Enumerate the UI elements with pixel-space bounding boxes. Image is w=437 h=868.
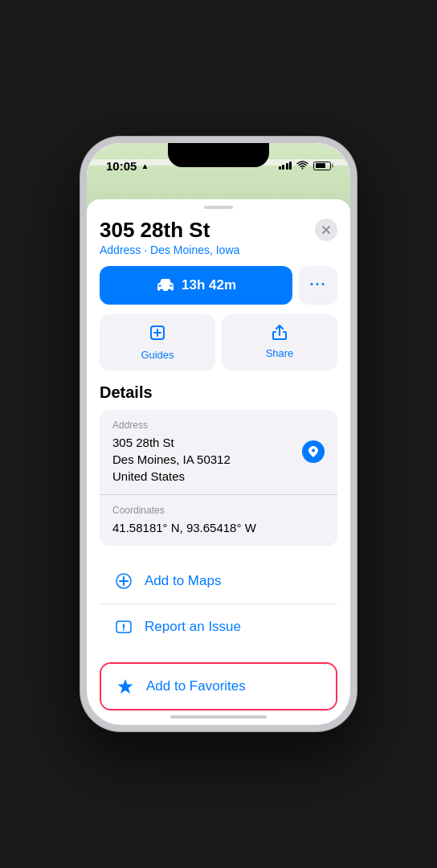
- coordinates-row: Coordinates 41.58181° N, 93.65418° W: [100, 494, 337, 546]
- sheet-header: 305 28th St Address · Des Moines, Iowa: [87, 219, 350, 266]
- address-line3: United States: [112, 469, 185, 483]
- place-title: 305 28th St: [100, 219, 337, 242]
- drive-time: 13h 42m: [182, 277, 236, 293]
- address-line1: 305 28th St: [112, 436, 174, 449]
- more-options-button[interactable]: ···: [299, 266, 337, 305]
- details-card: Address 305 28th St Des Moines, IA 50312…: [100, 410, 337, 546]
- signal-bars-icon: [279, 162, 292, 170]
- sheet-handle: [204, 206, 233, 209]
- add-to-maps-icon: [112, 570, 135, 592]
- svg-point-14: [123, 628, 125, 630]
- favorites-label: Add to Favorites: [146, 678, 246, 694]
- address-line2: Des Moines, IA 50312: [112, 452, 231, 466]
- guides-button[interactable]: Guides: [100, 314, 215, 371]
- svg-marker-15: [118, 679, 133, 694]
- details-heading: Details: [100, 383, 337, 402]
- svg-rect-4: [169, 285, 173, 287]
- subtitle-link[interactable]: Des Moines, Iowa: [150, 244, 239, 256]
- car-icon: [156, 277, 175, 293]
- add-to-maps-label: Add to Maps: [145, 573, 221, 589]
- coordinates-value: 41.58181° N, 93.65418° W: [112, 519, 325, 536]
- svg-point-1: [159, 289, 163, 293]
- add-to-favorites-button[interactable]: Add to Favorites: [101, 664, 336, 709]
- report-issue-label: Report an Issue: [145, 619, 241, 635]
- place-subtitle: Address · Des Moines, Iowa: [100, 244, 337, 256]
- add-to-maps-button[interactable]: Add to Maps: [100, 559, 337, 604]
- screen: 10:05 ▲: [87, 143, 350, 725]
- action-list: Add to Maps Report an Issue: [100, 559, 337, 649]
- wifi-icon: [296, 160, 308, 172]
- subtitle-static: Address ·: [100, 244, 150, 256]
- address-row: Address 305 28th St Des Moines, IA 50312…: [100, 410, 337, 494]
- time-display: 10:05: [106, 159, 137, 173]
- status-time: 10:05 ▲: [106, 159, 149, 173]
- guides-label: Guides: [141, 349, 174, 361]
- favorites-star-icon: [114, 675, 137, 698]
- svg-point-2: [167, 289, 171, 293]
- report-issue-button[interactable]: Report an Issue: [100, 604, 337, 649]
- status-icons: [279, 160, 332, 172]
- address-label: Address: [112, 420, 325, 431]
- more-dots-icon: ···: [309, 276, 326, 293]
- secondary-actions: Guides Share: [87, 314, 350, 383]
- details-section: Details Address 305 28th St Des Moines, …: [87, 383, 350, 710]
- directions-icon[interactable]: [302, 440, 325, 463]
- battery-icon: [313, 162, 331, 170]
- share-icon: [271, 324, 288, 344]
- notch: [168, 143, 269, 167]
- guides-icon: [149, 324, 166, 346]
- share-label: Share: [266, 347, 294, 359]
- share-button[interactable]: Share: [222, 314, 337, 371]
- battery-fill: [316, 163, 326, 168]
- primary-action-row: 13h 42m ···: [87, 266, 350, 314]
- favorites-highlight: Add to Favorites: [100, 662, 337, 710]
- bottom-sheet: 305 28th St Address · Des Moines, Iowa: [87, 199, 350, 725]
- home-indicator: [170, 715, 267, 719]
- coordinates-label: Coordinates: [112, 505, 325, 516]
- location-arrow-icon: ▲: [141, 162, 149, 170]
- report-issue-icon: [112, 616, 135, 638]
- address-value: 305 28th St Des Moines, IA 50312 United …: [112, 434, 325, 485]
- svg-rect-3: [158, 285, 161, 287]
- drive-button[interactable]: 13h 42m: [100, 266, 292, 305]
- close-button[interactable]: [315, 219, 337, 241]
- phone-frame: 10:05 ▲: [80, 137, 357, 731]
- svg-point-8: [312, 449, 315, 452]
